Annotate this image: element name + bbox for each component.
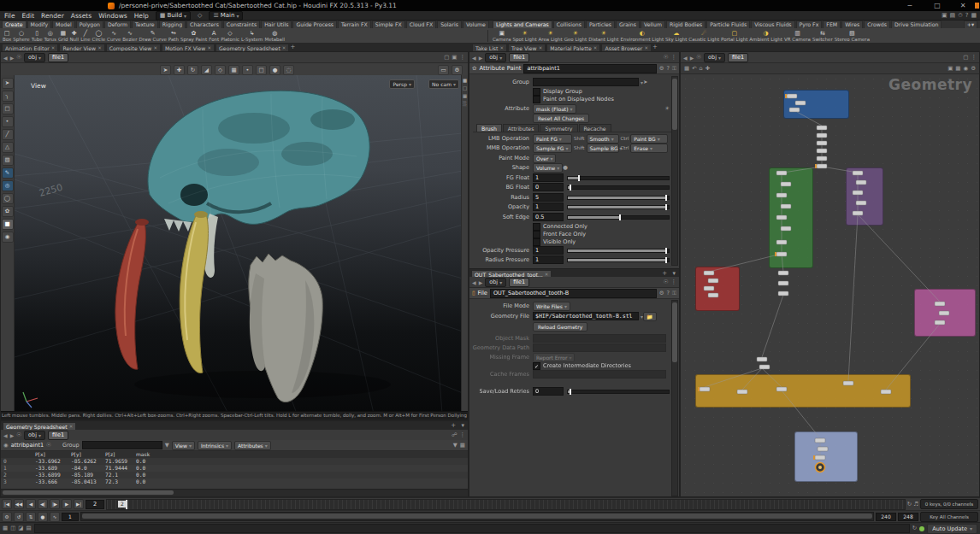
network-display-options-icon[interactable]: ⚙ — [971, 65, 976, 73]
pose-tool-icon[interactable]: ╮ — [2, 91, 14, 102]
tool-platonic[interactable]: ◇Platonic — [221, 28, 239, 43]
view-mode-dropdown[interactable]: View▾ — [172, 441, 195, 450]
pin-icon[interactable]: ☉ — [16, 54, 21, 62]
tool-null[interactable]: ✚Null — [69, 28, 79, 43]
reset-all-changes-button[interactable]: Reset All Changes — [533, 114, 589, 123]
prims-mode-icon[interactable]: △ — [2, 142, 14, 153]
shape-dropdown[interactable]: Volume▾ — [533, 163, 563, 173]
step-size-button[interactable]: ⇅ — [26, 512, 36, 522]
path-node-file1[interactable]: file1 — [48, 53, 68, 62]
shelf-tab-polygon[interactable]: Polygon — [76, 21, 103, 28]
path-context-obj[interactable]: obj▾ — [704, 53, 725, 62]
soft-edge-slider[interactable] — [567, 215, 670, 220]
help-circle-icon[interactable]: ? — [667, 290, 670, 297]
back-arrow-icon[interactable]: ◀ — [3, 55, 8, 61]
paint-displayed-checkbox[interactable] — [533, 96, 540, 103]
message-log-icon[interactable]: ▤ — [26, 525, 31, 532]
tool-tube[interactable]: ▯Tube — [32, 28, 43, 43]
path-context-obj[interactable]: obj▾ — [24, 431, 45, 440]
radius-input[interactable]: 5 — [533, 193, 564, 202]
minimize-button[interactable]: ─ — [903, 1, 917, 10]
brush-select-icon[interactable]: ✿ — [2, 206, 14, 217]
lock-icon[interactable]: ⚿ — [672, 290, 676, 297]
table-row[interactable]: 1-33.689-84.071.94440.0 — [1, 465, 468, 472]
tool-environment-light[interactable]: ◐Environment Light — [621, 28, 664, 43]
mmb-shift-dropdown[interactable]: Sample BG▾ — [587, 144, 619, 153]
create-intermediate-directories-checkbox[interactable]: ✓ — [533, 362, 540, 370]
sculpt-tool-icon[interactable]: ◎ — [2, 180, 14, 191]
new-pane-tab-button[interactable]: + — [451, 422, 456, 430]
path-context-obj[interactable]: obj▾ — [485, 53, 506, 62]
playback-options-button[interactable]: ⚙ — [2, 512, 12, 522]
play-reverse-button[interactable]: ◀ — [26, 499, 36, 509]
shelf-tab-constraints[interactable]: Constraints — [223, 21, 260, 28]
tool-spray-paint[interactable]: ✿Spray Paint — [180, 28, 207, 43]
pin-icon[interactable]: ☉ — [664, 279, 669, 286]
menu-dots-icon[interactable]: ⋮ — [671, 54, 677, 62]
forward-arrow-icon[interactable]: ▶ — [479, 55, 483, 61]
mmb-ctrl-dropdown[interactable]: Erase▾ — [630, 144, 668, 153]
view-lock-icon[interactable]: ■ — [463, 78, 467, 83]
grid-toggle-icon[interactable]: ▦ — [955, 65, 960, 73]
tool-path[interactable]: ↬Path — [168, 28, 179, 43]
forward-arrow-icon[interactable]: ▶ — [10, 432, 15, 438]
viewport-canvas[interactable]: 2250 — [15, 75, 463, 414]
current-frame-field[interactable]: 2 — [86, 500, 104, 509]
autokey-button[interactable]: ● — [38, 512, 48, 522]
shelf-tab-particles[interactable]: Particles — [586, 21, 615, 28]
range-start-field[interactable]: 1 — [62, 513, 79, 521]
snap-point-icon[interactable]: • — [242, 65, 253, 75]
layout-quad-icon[interactable]: ▦ — [463, 93, 467, 98]
camera-selector[interactable]: No cam▾ — [428, 79, 459, 89]
shelf-tab-grains[interactable]: Grains — [616, 21, 640, 28]
tool-circle[interactable]: ◯Circle — [92, 28, 105, 43]
shelf-tab-rigging[interactable]: Rigging — [159, 21, 186, 28]
tool-font[interactable]: AFont — [209, 28, 219, 43]
display-options-icon[interactable]: ⚙ — [452, 65, 463, 75]
construction-plane-icon[interactable]: □ — [256, 65, 267, 75]
table-row[interactable]: 2-33.6899-85.18972.10.0 — [1, 472, 468, 478]
pin-icon[interactable]: ☉ — [16, 431, 21, 439]
fg-float-slider[interactable] — [567, 176, 670, 180]
back-arrow-icon[interactable]: ◀ — [472, 279, 476, 285]
home-icon[interactable]: ⌂ — [700, 65, 703, 73]
menu-edit[interactable]: Edit — [22, 12, 35, 20]
snap-icon[interactable]: ▣ — [948, 65, 953, 73]
shelf-tab-texture[interactable]: Texture — [132, 21, 158, 28]
color-palette-icon[interactable]: ◉ — [964, 65, 969, 73]
tool-torus[interactable]: ◎Torus — [44, 28, 56, 43]
column-header-pz[interactable]: P[z] — [105, 451, 136, 458]
tool-switcher[interactable]: ⇆Switcher — [812, 28, 833, 43]
param-scrollbar[interactable] — [671, 76, 678, 266]
help-circle-icon[interactable]: ? — [965, 12, 969, 19]
undo-icon[interactable]: ↶ — [692, 65, 696, 73]
menu-dots-icon[interactable]: ⋮ — [460, 54, 466, 62]
lmb-ctrl-dropdown[interactable]: Paint BG▾ — [630, 134, 668, 144]
path-node-file1[interactable]: file1 — [509, 53, 529, 62]
rotate-tool-icon[interactable]: ↻ — [187, 65, 198, 75]
file-chooser-button[interactable]: 📁 — [643, 312, 657, 321]
tool-sky-light[interactable]: ☁Sky Light — [665, 28, 687, 43]
layout-icon[interactable]: ▦ — [971, 12, 977, 19]
select-tool-icon[interactable]: ➤ — [160, 65, 171, 75]
menu-dots-icon[interactable]: ⋮ — [671, 279, 677, 286]
shelf-tab-guide-process[interactable]: Guide Process — [292, 21, 337, 28]
lock-icon[interactable]: ⚿ — [672, 65, 676, 73]
timeline-track[interactable]: 2 — [106, 499, 906, 510]
close-button[interactable]: ✕ — [956, 1, 970, 10]
layout-single-icon[interactable]: □ — [463, 85, 467, 91]
pane-menu-icon[interactable]: ▾ — [461, 422, 464, 430]
file-param-scrollbar[interactable] — [671, 300, 678, 496]
pin-icon[interactable]: ☉ — [696, 54, 701, 62]
shelf-tab-fem[interactable]: FEM — [823, 21, 841, 28]
shelf-tab-viscous-fluids[interactable]: Viscous Fluids — [751, 21, 794, 28]
geometry-file-input[interactable]: $HIP/Sabertoothed_tooth-B.stl — [533, 312, 639, 320]
split-vertical-icon[interactable]: ◪ — [18, 525, 23, 532]
forward-arrow-icon[interactable]: ▶ — [479, 279, 483, 285]
shelf-tab-crowds[interactable]: Crowds — [864, 21, 890, 28]
save-load-retries-input[interactable]: 0 — [533, 387, 564, 396]
shelf-tab-collisions[interactable]: Collisions — [553, 21, 585, 28]
tool-stereo-camera[interactable]: ▧Stereo Camera — [835, 28, 870, 43]
snapshot-icon[interactable]: ▢ — [963, 54, 968, 62]
group-filter-input[interactable] — [82, 441, 162, 449]
